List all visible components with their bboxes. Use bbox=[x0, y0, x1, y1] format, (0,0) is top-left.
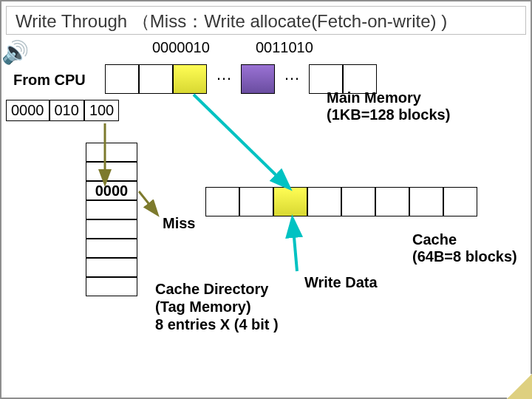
arrow-tag-to-miss bbox=[139, 191, 157, 214]
mem-cell-addr1 bbox=[173, 64, 207, 94]
slide-title: Write Through （Miss：Write allocate(Fetch… bbox=[16, 11, 516, 33]
ellipsis: … bbox=[275, 64, 309, 94]
miss-label: Miss bbox=[163, 215, 195, 232]
dir-line1: Cache Directory bbox=[155, 280, 279, 298]
cache-label: Cache (64B=8 blocks) bbox=[412, 231, 517, 265]
addr-index: 010 bbox=[50, 100, 84, 121]
addr-tag: 0000 bbox=[6, 100, 50, 121]
tag-cell-value: 0000 bbox=[86, 181, 137, 200]
addr-offset: 100 bbox=[84, 100, 119, 121]
from-cpu-label: From CPU bbox=[13, 72, 86, 89]
cache-cell bbox=[239, 187, 273, 216]
cache-row bbox=[205, 187, 477, 216]
tag-cell bbox=[86, 277, 137, 296]
main-memory-line1: Main Memory bbox=[327, 89, 450, 106]
cache-cell bbox=[307, 187, 341, 216]
diagram-stage: 0000010 0011010 … … From CPU 0000 010 10… bbox=[1, 39, 531, 372]
mem-cell bbox=[139, 64, 173, 94]
cache-cell bbox=[443, 187, 477, 216]
dir-line3: 8 entries X (4 bit ) bbox=[155, 316, 279, 333]
title-box: Write Through （Miss：Write allocate(Fetch… bbox=[6, 6, 526, 35]
cache-cell bbox=[409, 187, 443, 216]
cache-cell bbox=[205, 187, 239, 216]
mem-addr-2: 0011010 bbox=[256, 39, 313, 56]
tag-cell bbox=[86, 219, 137, 239]
tag-memory-column: 0000 bbox=[86, 143, 137, 296]
mem-cell-addr2 bbox=[241, 64, 275, 94]
main-memory-line2: (1KB=128 blocks) bbox=[327, 106, 450, 123]
cache-cell-hit bbox=[273, 187, 307, 216]
cache-cell bbox=[341, 187, 375, 216]
ellipsis: … bbox=[207, 64, 241, 94]
page-curl bbox=[507, 374, 532, 399]
mem-addr-1: 0000010 bbox=[152, 39, 210, 56]
cache-directory-label: Cache Directory (Tag Memory) 8 entries X… bbox=[155, 280, 279, 333]
tag-cell bbox=[86, 239, 137, 258]
tag-cell bbox=[86, 143, 137, 162]
write-data-label: Write Data bbox=[304, 274, 378, 291]
cache-line2: (64B=8 blocks) bbox=[412, 248, 517, 265]
tag-cell bbox=[86, 258, 137, 277]
dir-line2: (Tag Memory) bbox=[155, 298, 279, 316]
arrow-mem-to-cache bbox=[194, 95, 288, 187]
cache-cell bbox=[375, 187, 409, 216]
speaker-icon: 🔊 bbox=[1, 40, 29, 64]
tag-cell bbox=[86, 162, 137, 181]
cache-line1: Cache bbox=[412, 231, 517, 248]
mem-cell bbox=[105, 64, 139, 94]
tag-cell bbox=[86, 200, 137, 219]
arrow-writedata-to-cache bbox=[293, 220, 297, 271]
main-memory-label: Main Memory (1KB=128 blocks) bbox=[327, 89, 450, 123]
cpu-address: 0000 010 100 bbox=[6, 100, 119, 121]
slide: Write Through （Miss：Write allocate(Fetch… bbox=[0, 0, 532, 399]
